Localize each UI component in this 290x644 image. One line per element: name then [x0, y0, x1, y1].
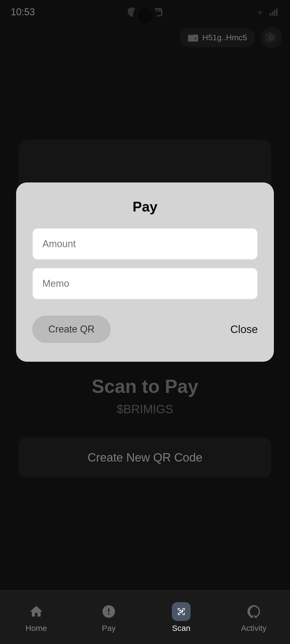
svg-rect-15: [179, 612, 181, 613]
svg-rect-17: [182, 612, 182, 613]
nav-item-scan[interactable]: Scan: [145, 597, 218, 638]
nav-item-pay[interactable]: Pay: [73, 597, 145, 638]
home-icon: [27, 602, 46, 621]
nav-item-home[interactable]: Home: [0, 597, 73, 638]
amount-input[interactable]: [32, 228, 258, 260]
modal-overlay: Pay Create QR Close: [0, 0, 290, 644]
bottom-nav: Home Pay Scan: [0, 590, 290, 644]
svg-rect-13: [179, 609, 181, 611]
svg-rect-14: [182, 609, 183, 611]
scan-label: Scan: [172, 624, 190, 633]
pay-icon: [99, 602, 118, 621]
modal-actions: Create QR Close: [32, 316, 258, 343]
pay-modal: Pay Create QR Close: [16, 182, 274, 362]
memo-input[interactable]: [32, 268, 258, 299]
pay-label: Pay: [102, 624, 116, 633]
activity-icon: [244, 602, 263, 621]
scan-icon: [172, 602, 191, 621]
nav-item-activity[interactable]: Activity: [218, 597, 290, 638]
svg-rect-16: [181, 611, 183, 612]
modal-title: Pay: [32, 199, 258, 215]
activity-label: Activity: [241, 624, 266, 633]
create-qr-button[interactable]: Create QR: [32, 316, 111, 343]
close-button[interactable]: Close: [230, 323, 258, 335]
home-label: Home: [26, 624, 47, 633]
